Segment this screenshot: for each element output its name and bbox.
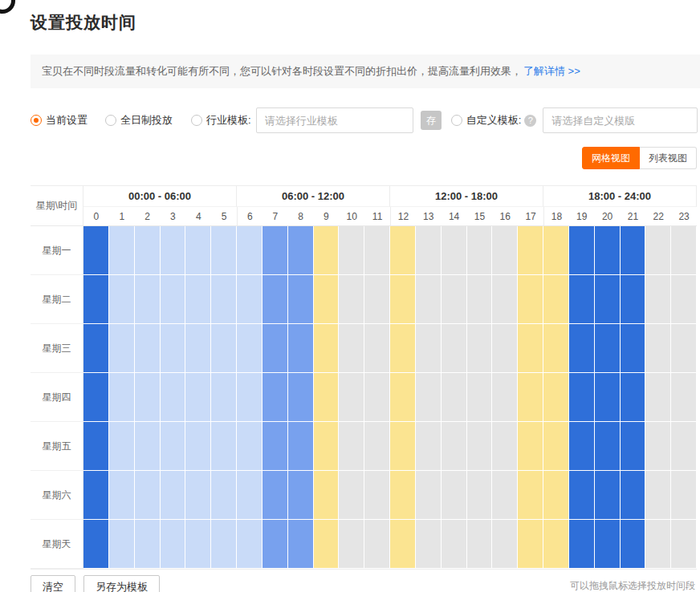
time-cell[interactable]	[543, 373, 569, 422]
time-cell[interactable]	[314, 520, 340, 569]
time-cell[interactable]	[621, 422, 646, 471]
time-cell[interactable]	[339, 471, 364, 520]
clear-button[interactable]: 清空	[31, 575, 75, 592]
time-cell[interactable]	[467, 520, 493, 569]
time-cell[interactable]	[645, 324, 671, 373]
save-as-template-button[interactable]: 另存为模板	[83, 575, 160, 592]
day-label[interactable]: 星期五	[31, 422, 83, 471]
time-cell[interactable]	[161, 226, 186, 275]
time-cell[interactable]	[442, 471, 467, 520]
time-cell[interactable]	[467, 226, 493, 275]
time-cell[interactable]	[569, 226, 595, 275]
time-cell[interactable]	[185, 520, 211, 569]
time-cell[interactable]	[595, 275, 621, 324]
help-icon[interactable]: ?	[524, 115, 536, 127]
save-mini-button[interactable]: 存	[421, 111, 442, 130]
time-cell[interactable]	[288, 520, 314, 569]
time-cell[interactable]	[83, 422, 109, 471]
day-label[interactable]: 星期二	[31, 275, 83, 324]
time-cell[interactable]	[543, 520, 569, 569]
time-cell[interactable]	[211, 471, 237, 520]
time-cell[interactable]	[364, 471, 390, 520]
day-label[interactable]: 星期三	[31, 324, 83, 373]
time-cell[interactable]	[467, 373, 493, 422]
time-cell[interactable]	[262, 275, 288, 324]
time-cell[interactable]	[467, 275, 493, 324]
time-cell[interactable]	[109, 226, 135, 275]
time-cell[interactable]	[621, 520, 646, 569]
hour-header[interactable]: 7	[262, 207, 288, 226]
time-cell[interactable]	[262, 422, 288, 471]
hour-header[interactable]: 5	[211, 207, 237, 226]
time-cell[interactable]	[416, 520, 442, 569]
time-cell[interactable]	[237, 422, 262, 471]
time-cell[interactable]	[543, 422, 569, 471]
time-cell[interactable]	[135, 422, 161, 471]
time-cell[interactable]	[161, 422, 186, 471]
time-cell[interactable]	[595, 471, 621, 520]
time-cell[interactable]	[109, 373, 135, 422]
time-cell[interactable]	[83, 520, 109, 569]
time-cell[interactable]	[543, 275, 569, 324]
time-cell[interactable]	[671, 422, 697, 471]
time-cell[interactable]	[262, 520, 288, 569]
time-cell[interactable]	[492, 520, 518, 569]
time-cell[interactable]	[288, 471, 314, 520]
time-cell[interactable]	[237, 275, 262, 324]
time-cell[interactable]	[621, 373, 646, 422]
time-cell[interactable]	[442, 373, 467, 422]
time-cell[interactable]	[364, 324, 390, 373]
time-cell[interactable]	[518, 373, 543, 422]
time-cell[interactable]	[518, 226, 543, 275]
time-cell[interactable]	[364, 520, 390, 569]
time-cell[interactable]	[161, 471, 186, 520]
time-cell[interactable]	[543, 226, 569, 275]
hour-header[interactable]: 10	[339, 207, 364, 226]
time-cell[interactable]	[364, 373, 390, 422]
time-cell[interactable]	[211, 275, 237, 324]
time-cell[interactable]	[621, 275, 646, 324]
time-cell[interactable]	[569, 275, 595, 324]
hour-header[interactable]: 22	[645, 207, 671, 226]
time-cell[interactable]	[595, 373, 621, 422]
time-cell[interactable]	[671, 471, 697, 520]
time-cell[interactable]	[416, 422, 442, 471]
time-cell[interactable]	[109, 520, 135, 569]
time-cell[interactable]	[314, 324, 340, 373]
time-cell[interactable]	[288, 422, 314, 471]
time-cell[interactable]	[518, 275, 543, 324]
hour-header[interactable]: 3	[161, 207, 186, 226]
time-cell[interactable]	[569, 324, 595, 373]
time-cell[interactable]	[442, 520, 467, 569]
industry-template-input[interactable]	[256, 107, 413, 133]
time-cell[interactable]	[621, 226, 646, 275]
time-cell[interactable]	[364, 275, 390, 324]
time-cell[interactable]	[211, 373, 237, 422]
hour-header[interactable]: 4	[185, 207, 211, 226]
time-cell[interactable]	[109, 422, 135, 471]
time-cell[interactable]	[185, 471, 211, 520]
time-cell[interactable]	[467, 471, 493, 520]
time-cell[interactable]	[262, 324, 288, 373]
hour-header[interactable]: 2	[135, 207, 161, 226]
hour-header[interactable]: 15	[467, 207, 493, 226]
time-cell[interactable]	[442, 324, 467, 373]
time-cell[interactable]	[237, 520, 262, 569]
time-cell[interactable]	[339, 226, 364, 275]
time-cell[interactable]	[595, 226, 621, 275]
time-cell[interactable]	[645, 226, 671, 275]
time-cell[interactable]	[314, 275, 340, 324]
time-cell[interactable]	[339, 422, 364, 471]
time-cell[interactable]	[185, 324, 211, 373]
time-cell[interactable]	[161, 275, 186, 324]
time-cell[interactable]	[416, 373, 442, 422]
hour-header[interactable]: 18	[543, 207, 569, 226]
learn-more-link[interactable]: 了解详情 >>	[523, 64, 580, 79]
day-label[interactable]: 星期一	[31, 226, 83, 275]
time-cell[interactable]	[595, 520, 621, 569]
hour-header[interactable]: 8	[288, 207, 314, 226]
hour-header[interactable]: 9	[314, 207, 340, 226]
time-cell[interactable]	[492, 471, 518, 520]
time-cell[interactable]	[109, 471, 135, 520]
time-cell[interactable]	[416, 471, 442, 520]
